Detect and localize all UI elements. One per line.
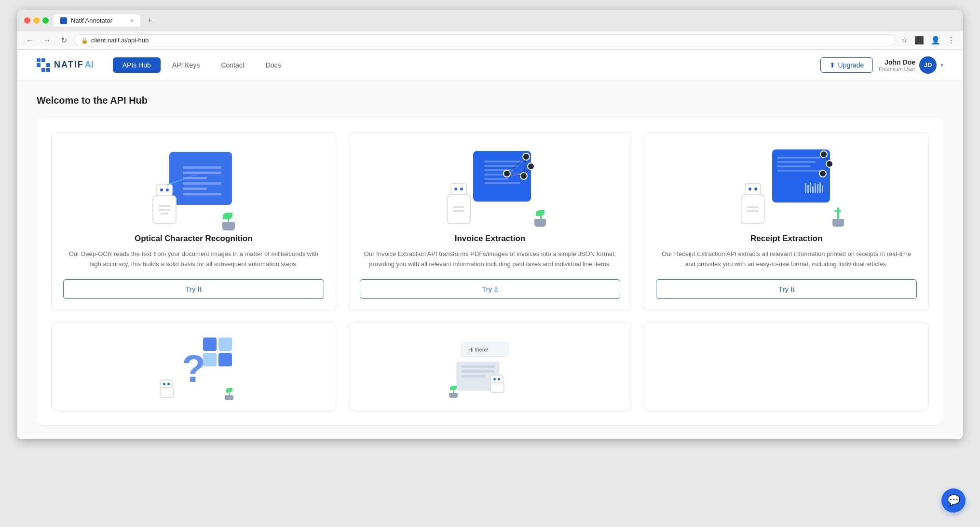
ocr-robot-body [152, 195, 177, 224]
chat-eye-l [493, 378, 496, 380]
browser-dots [24, 17, 49, 24]
dot-red[interactable] [24, 17, 30, 24]
class-robot-body [160, 387, 174, 398]
class-plant-leaf [226, 388, 232, 392]
back-button[interactable]: ← [23, 35, 37, 46]
chat-doc-line-3 [461, 375, 485, 378]
ocr-robot-head [156, 184, 173, 196]
plant-leaf [223, 213, 232, 219]
dot-yellow[interactable] [33, 17, 40, 24]
card-chat-partial: Hi there! [348, 323, 633, 410]
browser-tab[interactable]: Natif Annotator × [54, 14, 140, 27]
logo-natif-text: NATIF [54, 60, 84, 70]
chat-eye-r [498, 378, 500, 380]
chat-illus-wrapper: Hi there! [360, 333, 621, 400]
q-box-1 [203, 338, 217, 351]
chat-doc-line-1 [461, 365, 495, 368]
menu-icon[interactable]: ⋮ [945, 35, 957, 46]
q-box-2 [218, 338, 232, 351]
card-invoice: Invoice Extraction Our Invoice Extractio… [348, 132, 633, 311]
address-bar[interactable]: 🔒 client.natif.ai/api-hub [74, 34, 895, 46]
cards-grid-row1: Optical Character Recognition Our Deep-O… [51, 132, 929, 311]
nav-right: ⬆ Upgrade John Doe Freemium User JD ▾ [820, 56, 944, 74]
inv-robot-line-2 [453, 210, 464, 212]
dot-green[interactable] [42, 17, 49, 24]
class-eye-l [163, 383, 165, 385]
chat-doc-line-2 [461, 370, 495, 373]
upgrade-icon: ⬆ [830, 61, 835, 69]
forward-button[interactable]: → [41, 35, 54, 46]
rec-robot-eye-l [749, 188, 751, 190]
ocr-try-it-button[interactable]: Try It [63, 279, 324, 299]
nav-link-docs[interactable]: Docs [256, 57, 291, 73]
invoice-try-it-button[interactable]: Try It [360, 279, 621, 299]
app-container: NATIF AI APIs Hub API Keys Contact Docs … [17, 50, 963, 439]
chat-plant-pot [449, 393, 458, 398]
receipt-card-desc: Our Receipt Extraction API extracts all … [656, 249, 917, 270]
plant-pot [222, 222, 235, 230]
receipt-try-it-button[interactable]: Try It [656, 279, 917, 299]
logo-ai-text: AI [85, 60, 94, 70]
browser-frame: Natif Annotator × + ← → ↻ 🔒 client.natif… [17, 10, 963, 439]
ocr-plant [221, 207, 236, 227]
navbar: NATIF AI APIs Hub API Keys Contact Docs … [17, 50, 963, 81]
class-eye-r [167, 383, 170, 385]
browser-toolbar: ← → ↻ 🔒 client.natif.ai/api-hub ☆ ⬛ 👤 ⋮ [17, 31, 963, 50]
chat-bubble-text: Hi there! [468, 347, 489, 352]
doc-line-5 [183, 188, 207, 190]
rec-nodes [800, 149, 833, 194]
card-empty-partial [644, 323, 929, 410]
rec-pot [832, 219, 844, 227]
svg-line-7 [507, 157, 526, 174]
inv-robot-head [450, 183, 467, 195]
profile-icon[interactable]: 👤 [929, 35, 942, 46]
classification-illus-wrapper: ? [63, 333, 324, 400]
rec-robot-line-1 [747, 206, 759, 208]
page-title: Welcome to the API Hub [37, 95, 943, 106]
upgrade-button[interactable]: ⬆ Upgrade [820, 57, 873, 73]
q-box-3 [203, 353, 217, 366]
doc-line-4 [183, 182, 221, 185]
classification-illustration: ? [155, 338, 232, 400]
chevron-down-icon: ▾ [940, 62, 943, 68]
rec-robot-line-2 [747, 210, 759, 212]
robot-chest-line-3 [161, 213, 168, 215]
rec-robot-head [745, 183, 761, 195]
rec-nodes-svg [800, 149, 833, 192]
receipt-card-name: Receipt Extraction [750, 234, 822, 243]
logo: NATIF AI [37, 58, 94, 72]
cactus-arm [834, 210, 841, 212]
user-role: Freemium User [879, 66, 915, 72]
bookmark-star-icon[interactable]: ☆ [899, 35, 910, 46]
inv-plant-pot [534, 219, 546, 227]
refresh-button[interactable]: ↻ [58, 35, 70, 46]
card-receipt: Receipt Extraction Our Receipt Extractio… [644, 132, 929, 311]
invoice-card-desc: Our Invoice Extraction API transforms PD… [360, 249, 621, 270]
tab-title: Natif Annotator [71, 17, 112, 24]
tab-favicon [60, 17, 67, 24]
new-tab-button[interactable]: + [147, 15, 152, 26]
cards-wrapper: Optical Character Recognition Our Deep-O… [37, 118, 943, 425]
invoice-illustration [442, 147, 538, 224]
nav-link-apis-hub[interactable]: APIs Hub [113, 57, 161, 73]
tab-close-icon[interactable]: × [130, 17, 134, 24]
doc-line-6 [183, 193, 221, 195]
nav-link-contact[interactable]: Contact [211, 57, 254, 73]
user-section[interactable]: John Doe Freemium User JD ▾ [879, 56, 943, 74]
browser-titlebar: Natif Annotator × + [17, 10, 963, 31]
chat-robot [490, 374, 507, 393]
toolbar-actions: ☆ ⬛ 👤 ⋮ [899, 35, 957, 46]
question-mark-icon: ? [182, 347, 205, 391]
invoice-card-name: Invoice Extraction [455, 234, 525, 243]
ocr-illustration [145, 147, 242, 224]
page-content: Welcome to the API Hub [17, 81, 963, 439]
extensions-icon[interactable]: ⬛ [912, 35, 926, 46]
class-robot [160, 378, 177, 398]
q-boxes-decoration [203, 338, 232, 366]
receipt-illustration [738, 147, 835, 224]
user-name: John Doe [879, 58, 915, 66]
inv-robot-body [447, 194, 471, 224]
chat-plant-leaf [450, 386, 457, 390]
inv-nodes [497, 149, 536, 200]
nav-link-api-keys[interactable]: API Keys [163, 57, 210, 73]
